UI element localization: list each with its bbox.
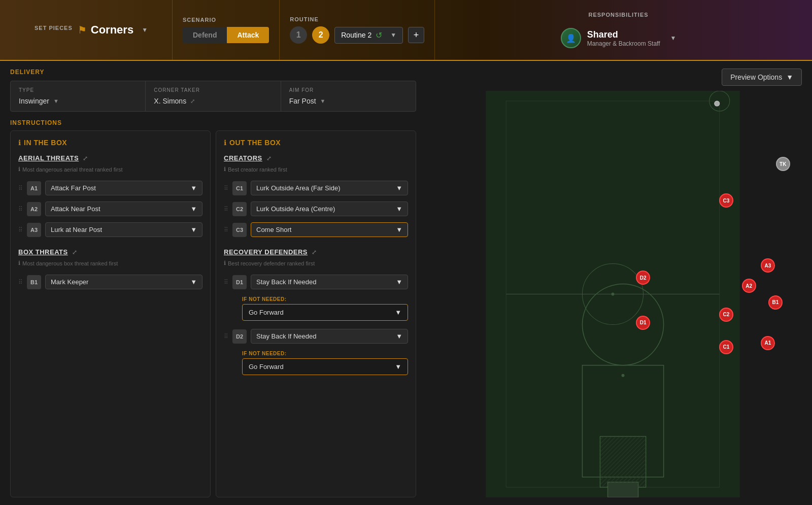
type-field: TYPE Inswinger ▼ bbox=[11, 81, 146, 111]
corner-taker-value: X. Simons bbox=[154, 97, 186, 105]
d2-if-not-value: Go Forward bbox=[249, 363, 284, 371]
box-threats-label: BOX THREATS bbox=[18, 248, 68, 256]
a1-drag-handle[interactable]: ⠿ bbox=[18, 185, 23, 192]
corners-row[interactable]: ⚑ Corners ▼ bbox=[78, 23, 148, 37]
d2-instruction[interactable]: Stay Back If Needed ▼ bbox=[251, 329, 408, 344]
b1-row: ⠿ B1 Mark Keeper ▼ bbox=[18, 272, 202, 292]
instructions-section: INSTRUCTIONS ℹ IN THE BOX AERIAL THREATS… bbox=[10, 119, 416, 497]
c1-instruction[interactable]: Lurk Outside Area (Far Side) ▼ bbox=[251, 181, 408, 195]
c2-dropdown: ▼ bbox=[396, 205, 402, 213]
routine-2[interactable]: 2 bbox=[312, 26, 329, 44]
c3-instruction[interactable]: Come Short ▼ bbox=[251, 222, 408, 237]
d2-drag-handle[interactable]: ⠿ bbox=[224, 333, 228, 340]
aim-for-dropdown-arrow: ▼ bbox=[320, 98, 326, 104]
routine-add-button[interactable]: + bbox=[408, 27, 424, 43]
routine-1[interactable]: 1 bbox=[290, 26, 307, 44]
delivery-section: DELIVERY TYPE Inswinger ▼ CORNER TAKER X… bbox=[10, 69, 416, 112]
type-dropdown-arrow: ▼ bbox=[53, 98, 59, 104]
attack-button[interactable]: Attack bbox=[227, 27, 269, 43]
aim-for-label: AIM FOR bbox=[289, 87, 408, 93]
resp-avatar: 👤 bbox=[561, 28, 581, 48]
b1-drag-handle[interactable]: ⠿ bbox=[18, 279, 23, 286]
type-select[interactable]: Inswinger ▼ bbox=[19, 97, 137, 105]
a2-instruction[interactable]: Attack Near Post ▼ bbox=[45, 201, 202, 216]
c2-instruction[interactable]: Lurk Outside Area (Centre) ▼ bbox=[251, 201, 408, 216]
d2-badge: D2 bbox=[232, 329, 247, 344]
in-box-panel: ℹ IN THE BOX AERIAL THREATS ⤢ ℹ Most dan… bbox=[10, 130, 211, 497]
instructions-title: INSTRUCTIONS bbox=[10, 119, 416, 126]
svg-rect-11 bbox=[600, 436, 646, 487]
aim-for-value: Far Post bbox=[289, 97, 316, 105]
d2-if-not-needed: IF NOT NEEDED: Go Forward ▼ bbox=[242, 351, 408, 375]
scenario-buttons: Defend Attack bbox=[183, 27, 269, 43]
svg-point-12 bbox=[715, 101, 720, 106]
d1-drag-handle[interactable]: ⠿ bbox=[224, 279, 228, 286]
a1-row: ⠿ A1 Attack Far Post ▼ bbox=[18, 178, 202, 198]
recovery-defenders-label: RECOVERY DEFENDERS bbox=[224, 248, 308, 256]
preview-options-label: Preview Options bbox=[730, 73, 782, 81]
creators-desc: ℹ Best creator ranked first bbox=[224, 166, 408, 173]
resp-dropdown-arrow: ▼ bbox=[670, 35, 676, 42]
aerial-threats-desc: ℹ Most dangerous aerial threat ranked fi… bbox=[18, 166, 202, 173]
corners-icon: ⚑ bbox=[78, 24, 87, 36]
a2-row: ⠿ A2 Attack Near Post ▼ bbox=[18, 198, 202, 219]
a3-dropdown: ▼ bbox=[190, 226, 197, 233]
main-container: SET PIECES ⚑ Corners ▼ SCENARIO Defend A… bbox=[0, 0, 812, 505]
set-pieces-label: SET PIECES bbox=[35, 25, 73, 31]
c1-badge: C1 bbox=[232, 181, 247, 195]
marker-tk: TK bbox=[776, 157, 790, 171]
recovery-defenders-expand[interactable]: ⤢ bbox=[312, 249, 317, 256]
aim-for-select[interactable]: Far Post ▼ bbox=[289, 97, 408, 105]
marker-a3: A3 bbox=[761, 258, 775, 273]
d2-if-not-select[interactable]: Go Forward ▼ bbox=[242, 358, 408, 375]
aerial-threats-info-icon: ℹ bbox=[18, 166, 20, 173]
left-panel: DELIVERY TYPE Inswinger ▼ CORNER TAKER X… bbox=[10, 69, 416, 497]
content-area: DELIVERY TYPE Inswinger ▼ CORNER TAKER X… bbox=[0, 61, 812, 505]
a3-badge: A3 bbox=[27, 223, 41, 237]
d1-instruction[interactable]: Stay Back If Needed ▼ bbox=[251, 275, 408, 289]
a2-drag-handle[interactable]: ⠿ bbox=[18, 206, 23, 213]
d1-if-not-select[interactable]: Go Forward ▼ bbox=[242, 304, 408, 321]
d2-if-not-label: IF NOT NEEDED: bbox=[242, 351, 408, 356]
d2-instruction-text: Stay Back If Needed bbox=[256, 332, 317, 340]
corner-taker-select[interactable]: X. Simons ⤢ bbox=[154, 97, 272, 105]
marker-a2: A2 bbox=[742, 279, 756, 293]
routine-dropdown[interactable]: Routine 2 ↺ ▼ bbox=[334, 27, 403, 44]
d2-row: ⠿ D2 Stay Back If Needed ▼ bbox=[224, 326, 408, 347]
b1-badge: B1 bbox=[27, 275, 41, 289]
d1-badge: D1 bbox=[232, 275, 247, 289]
c2-instruction-text: Lurk Outside Area (Centre) bbox=[256, 205, 335, 213]
responsibilities-section: RESPONSIBILITIES 👤 Shared Manager & Back… bbox=[435, 0, 802, 60]
creators-expand[interactable]: ⤢ bbox=[266, 155, 272, 162]
c2-badge: C2 bbox=[232, 202, 247, 216]
a3-drag-handle[interactable]: ⠿ bbox=[18, 226, 23, 233]
defend-button[interactable]: Defend bbox=[183, 27, 227, 43]
corner-taker-expand: ⤢ bbox=[190, 98, 195, 105]
c3-row: ⠿ C3 Come Short ▼ bbox=[224, 219, 408, 240]
in-box-title: IN THE BOX bbox=[24, 139, 67, 147]
a3-instruction[interactable]: Lurk at Near Post ▼ bbox=[45, 222, 202, 237]
delivery-title: DELIVERY bbox=[10, 69, 416, 76]
aerial-threats-expand[interactable]: ⤢ bbox=[83, 155, 88, 162]
d2-if-not-dropdown: ▼ bbox=[395, 363, 401, 371]
box-threats-expand[interactable]: ⤢ bbox=[72, 249, 77, 256]
box-threats-info-icon: ℹ bbox=[18, 260, 20, 266]
preview-options-button[interactable]: Preview Options ▼ bbox=[722, 69, 802, 86]
type-label: TYPE bbox=[19, 87, 137, 93]
c1-drag-handle[interactable]: ⠿ bbox=[224, 185, 228, 192]
d1-if-not-value: Go Forward bbox=[249, 309, 284, 316]
b1-instruction[interactable]: Mark Keeper ▼ bbox=[45, 275, 202, 289]
marker-a1: A1 bbox=[761, 336, 775, 350]
c3-drag-handle[interactable]: ⠿ bbox=[224, 226, 228, 233]
resp-text: Shared Manager & Backroom Staff bbox=[587, 29, 660, 47]
scenario-label: SCENARIO bbox=[183, 17, 269, 23]
pitch-svg bbox=[424, 91, 802, 497]
recovery-defenders-info-icon: ℹ bbox=[224, 260, 226, 266]
a1-dropdown: ▼ bbox=[190, 184, 197, 192]
c2-drag-handle[interactable]: ⠿ bbox=[224, 206, 228, 213]
header-bar: SET PIECES ⚑ Corners ▼ SCENARIO Defend A… bbox=[0, 0, 812, 61]
corner-taker-field: CORNER TAKER X. Simons ⤢ bbox=[146, 81, 281, 111]
delivery-row: TYPE Inswinger ▼ CORNER TAKER X. Simons … bbox=[10, 81, 416, 112]
a1-instruction[interactable]: Attack Far Post ▼ bbox=[45, 181, 202, 195]
marker-c1: C1 bbox=[719, 340, 733, 354]
